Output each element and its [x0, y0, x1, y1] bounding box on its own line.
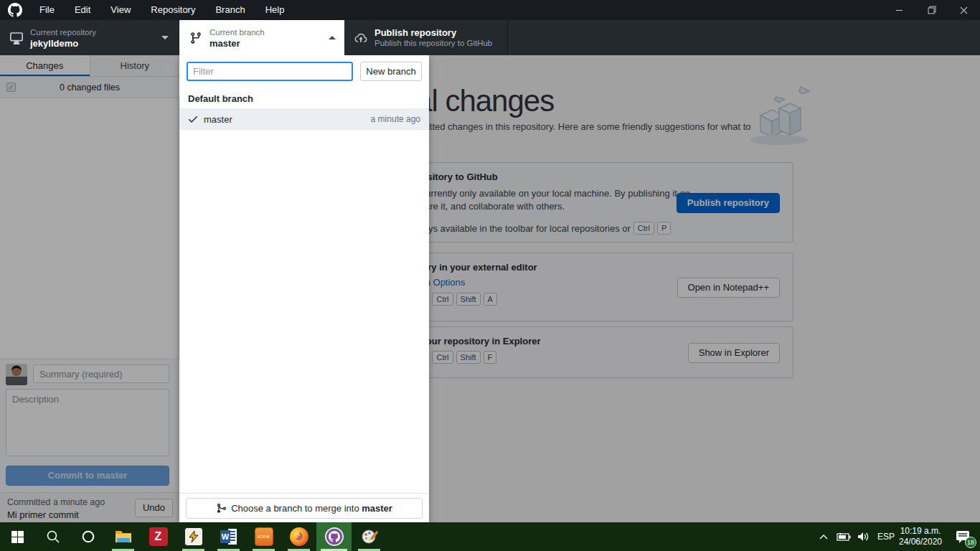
branch-row-master[interactable]: master a minute ago	[179, 108, 429, 130]
git-branch-icon	[189, 32, 202, 44]
merge-text-prefix: Choose a branch to merge into	[231, 503, 362, 514]
paint-app-icon	[360, 527, 379, 546]
menu-bar: File Edit View Repository Branch Help	[0, 0, 980, 20]
toolbar: Current repository jekylldemo Current br…	[0, 20, 980, 55]
github-desktop-icon	[325, 527, 344, 546]
zotero-icon: Z	[149, 527, 168, 546]
word-icon: W	[220, 527, 238, 546]
menu-repository[interactable]: Repository	[141, 0, 205, 20]
search-icon	[46, 529, 60, 544]
svg-text:W: W	[221, 532, 229, 541]
current-repository-label: Current repository	[30, 27, 96, 38]
taskbar-github-desktop[interactable]	[316, 522, 352, 551]
default-branch-header: Default branch	[188, 93, 253, 104]
battery-icon[interactable]	[834, 522, 854, 551]
branch-name: master	[204, 114, 232, 125]
branch-filter-input[interactable]	[187, 62, 353, 81]
taskbar-word[interactable]: W	[211, 522, 246, 551]
taskbar-firefox[interactable]	[281, 522, 316, 551]
icofx-icon: ICON	[255, 527, 273, 546]
branch-dropdown: New branch Default branch master a minut…	[179, 55, 429, 522]
taskbar-winamp[interactable]	[176, 522, 211, 551]
start-button[interactable]	[0, 522, 35, 551]
current-repository-button[interactable]: Current repository jekylldemo	[0, 20, 179, 55]
clock[interactable]: 10:19 a.m. 24/06/2020	[895, 522, 946, 551]
choose-branch-to-merge-button[interactable]: Choose a branch to merge into master	[186, 498, 423, 519]
taskbar-file-explorer[interactable]	[105, 522, 141, 551]
windows-taskbar: Z W ICON ESP 10:19 a.m. 24/06/2020	[0, 522, 980, 551]
language-indicator[interactable]: ESP	[874, 522, 898, 551]
windows-logo-icon	[11, 531, 24, 543]
publish-repository-toolbar-button[interactable]: Publish repository Publish this reposito…	[344, 20, 508, 55]
branch-updated-time: a minute ago	[371, 114, 420, 124]
github-desktop-window: File Edit View Repository Branch Help Cu…	[0, 0, 980, 551]
menu-help[interactable]: Help	[255, 0, 295, 20]
current-repository-value: jekylldemo	[30, 38, 96, 49]
dim-overlay[interactable]	[0, 55, 980, 522]
winamp-icon	[184, 527, 203, 546]
current-branch-label: Current branch	[209, 27, 265, 38]
file-explorer-icon	[114, 527, 133, 546]
tray-date: 24/06/2020	[899, 537, 942, 547]
menu-branch[interactable]: Branch	[205, 0, 255, 20]
menu-edit[interactable]: Edit	[65, 0, 100, 20]
volume-icon[interactable]	[854, 522, 874, 551]
menu-file[interactable]: File	[29, 0, 65, 20]
chevron-down-icon	[161, 36, 169, 39]
tray-chevron-up[interactable]	[815, 522, 832, 551]
new-branch-button[interactable]: New branch	[360, 62, 422, 81]
notification-badge: 18	[965, 537, 976, 548]
check-icon	[187, 113, 199, 125]
taskbar-icofx[interactable]: ICON	[246, 522, 281, 551]
merge-text-branch: master	[362, 503, 392, 514]
taskbar-zotero[interactable]: Z	[141, 522, 176, 551]
publish-repository-title: Publish repository	[374, 27, 492, 38]
tray-time: 10:19 a.m.	[900, 526, 941, 537]
restore-button[interactable]	[915, 0, 948, 20]
taskbar-search-button[interactable]	[35, 522, 70, 551]
current-branch-button[interactable]: Current branch master	[179, 20, 344, 55]
minimize-button[interactable]	[883, 0, 915, 20]
cloud-upload-icon	[354, 32, 367, 44]
close-button[interactable]	[948, 0, 980, 20]
firefox-icon	[290, 527, 308, 546]
taskbar-paint-app[interactable]	[352, 522, 387, 551]
git-merge-icon	[216, 503, 227, 514]
publish-repository-subtitle: Publish this repository to GitHub	[374, 38, 492, 49]
notification-center-button[interactable]: 18	[948, 522, 977, 551]
chevron-up-icon	[329, 36, 336, 39]
menu-view[interactable]: View	[100, 0, 141, 20]
dropdown-footer: Choose a branch to merge into master	[179, 493, 429, 522]
merge-button-text: Choose a branch to merge into master	[231, 503, 392, 514]
cortana-button[interactable]	[70, 522, 105, 551]
current-branch-value: master	[209, 38, 265, 49]
github-logo-icon	[8, 3, 22, 17]
cortana-icon	[81, 529, 95, 544]
monitor-icon	[10, 32, 23, 44]
